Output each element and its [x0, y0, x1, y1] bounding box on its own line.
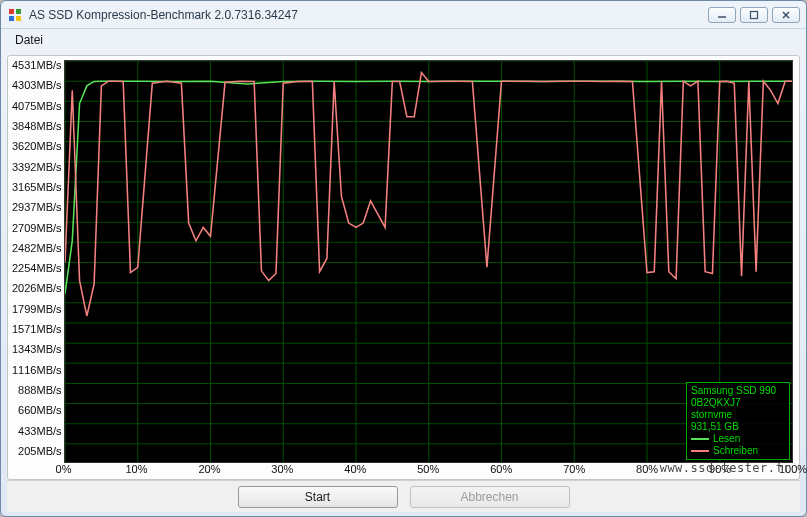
content-panel: 4531MB/s4303MB/s4075MB/s3848MB/s3620MB/s…: [7, 55, 800, 480]
y-tick: 4303MB/s: [12, 80, 62, 90]
y-tick: 2937MB/s: [12, 202, 62, 212]
button-row: Start Abbrechen: [7, 480, 800, 512]
x-tick: 60%: [490, 463, 512, 475]
x-tick: 20%: [198, 463, 220, 475]
legend-write-swatch: [691, 450, 709, 452]
y-tick: 3392MB/s: [12, 162, 62, 172]
chart-area: 4531MB/s4303MB/s4075MB/s3848MB/s3620MB/s…: [8, 56, 799, 479]
y-tick: 4531MB/s: [12, 60, 62, 70]
minimize-button[interactable]: [708, 7, 736, 23]
y-tick: 888MB/s: [12, 385, 62, 395]
legend-write: Schreiben: [691, 445, 785, 457]
y-tick: 4075MB/s: [12, 101, 62, 111]
legend-device-3: stornvme: [691, 409, 785, 421]
app-icon: [7, 7, 23, 23]
maximize-button[interactable]: [740, 7, 768, 23]
svg-rect-3: [16, 16, 21, 21]
legend-write-label: Schreiben: [713, 445, 758, 457]
y-tick: 205MB/s: [12, 446, 62, 456]
legend-device-4: 931,51 GB: [691, 421, 785, 433]
x-tick: 50%: [417, 463, 439, 475]
y-tick: 1343MB/s: [12, 344, 62, 354]
menu-file[interactable]: Datei: [7, 31, 51, 49]
x-tick: 70%: [563, 463, 585, 475]
legend-read: Lesen: [691, 433, 785, 445]
y-tick: 2482MB/s: [12, 243, 62, 253]
y-tick: 2254MB/s: [12, 263, 62, 273]
y-tick: 1571MB/s: [12, 324, 62, 334]
start-button[interactable]: Start: [238, 486, 398, 508]
window-buttons: [708, 7, 800, 23]
y-axis: 4531MB/s4303MB/s4075MB/s3848MB/s3620MB/s…: [12, 60, 64, 472]
legend-read-label: Lesen: [713, 433, 740, 445]
x-tick: 40%: [344, 463, 366, 475]
svg-rect-5: [751, 11, 758, 18]
x-tick: 30%: [271, 463, 293, 475]
x-tick: 10%: [125, 463, 147, 475]
watermark: www.ssd-tester.fr: [660, 461, 791, 475]
y-tick: 2709MB/s: [12, 223, 62, 233]
y-tick: 1116MB/s: [12, 365, 62, 375]
y-tick: 3165MB/s: [12, 182, 62, 192]
svg-rect-1: [16, 9, 21, 14]
legend-read-swatch: [691, 438, 709, 440]
menubar: Datei: [1, 29, 806, 51]
app-window: AS SSD Kompression-Benchmark 2.0.7316.34…: [0, 0, 807, 517]
plot-area: Samsung SSD 990 0B2QKXJ7 stornvme 931,51…: [64, 60, 793, 463]
svg-rect-2: [9, 16, 14, 21]
y-tick: 3848MB/s: [12, 121, 62, 131]
window-title: AS SSD Kompression-Benchmark 2.0.7316.34…: [29, 8, 708, 22]
close-button[interactable]: [772, 7, 800, 23]
cancel-button[interactable]: Abbrechen: [410, 486, 570, 508]
y-tick: 433MB/s: [12, 426, 62, 436]
y-tick: 3620MB/s: [12, 141, 62, 151]
y-tick: 1799MB/s: [12, 304, 62, 314]
legend-device-2: 0B2QKXJ7: [691, 397, 785, 409]
legend-box: Samsung SSD 990 0B2QKXJ7 stornvme 931,51…: [686, 382, 790, 460]
svg-rect-0: [9, 9, 14, 14]
titlebar: AS SSD Kompression-Benchmark 2.0.7316.34…: [1, 1, 806, 29]
legend-device-1: Samsung SSD 990: [691, 385, 785, 397]
x-tick: 0%: [56, 463, 72, 475]
y-tick: 660MB/s: [12, 405, 62, 415]
x-tick: 80%: [636, 463, 658, 475]
y-tick: 2026MB/s: [12, 283, 62, 293]
